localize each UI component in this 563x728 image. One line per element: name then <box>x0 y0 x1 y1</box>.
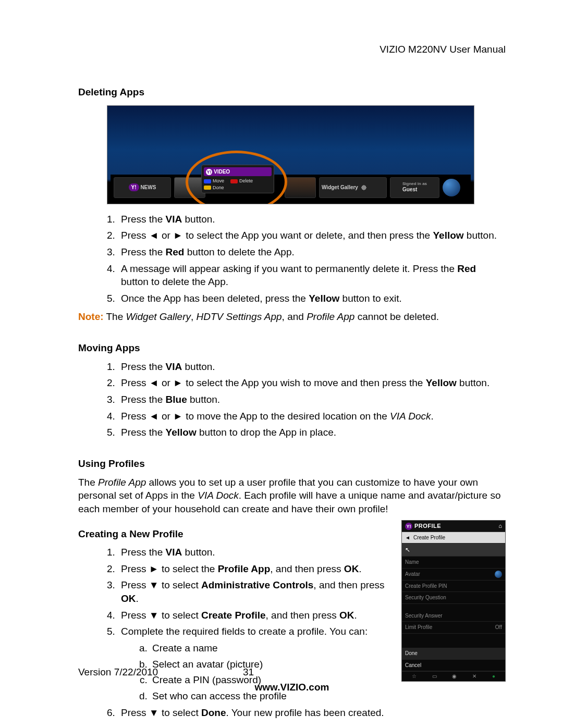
deleting-screenshot: Y!VIDEO Move Delete Done Y! NEWS Widget … <box>107 105 474 204</box>
footer-version: Version 7/22/2010 <box>78 665 158 679</box>
list-item: A message will appear asking if you want… <box>118 262 506 289</box>
profile-avatar-row: Avatar <box>402 569 505 581</box>
section-deleting-title: Deleting Apps <box>78 85 506 99</box>
moving-steps: Press the VIA button. Press ◄ or ► to se… <box>118 360 506 439</box>
profile-name-row: ↖ <box>402 544 505 557</box>
list-item: Create a name <box>150 641 391 655</box>
list-item: Press ► to select the Profile App, and t… <box>118 562 391 576</box>
globe-icon <box>495 571 502 578</box>
list-item: Press the VIA button. <box>118 213 506 226</box>
list-item: Press the Red button to delete the App. <box>118 245 506 259</box>
dock-thumb <box>174 177 205 198</box>
profile-seca-row: Security Answer <box>402 610 505 622</box>
profile-name-label: Name <box>402 557 505 569</box>
section-moving-title: Moving Apps <box>78 341 506 355</box>
list-item: Press the Yellow button to drop the App … <box>118 426 506 439</box>
profiles-intro: The Profile App allows you to set up a u… <box>78 476 506 516</box>
globe-icon <box>443 179 460 196</box>
profile-screenshot: Y!PROFILE ⌂ ◄ Create Profile ↖ Name Avat… <box>401 520 506 682</box>
list-item: Press ▼ to select Create Profile, and th… <box>118 609 391 622</box>
profile-create-row: ◄ Create Profile <box>402 532 505 544</box>
list-item: Press ◄ or ► to move the App to the desi… <box>118 410 506 423</box>
list-item: Press ◄ or ► to select the App you wish … <box>118 376 506 390</box>
header-right: VIZIO M220NV User Manual <box>380 43 506 56</box>
list-item: Press ◄ or ► to select the App you want … <box>118 229 506 242</box>
footer-page: 31 <box>243 665 254 679</box>
list-item: Press the VIA button. <box>118 360 506 374</box>
dock-news: Y! NEWS <box>114 177 171 198</box>
via-dock: Y! NEWS Widget Gallery Signed in asGuest <box>111 175 471 201</box>
deleting-note: Note: The Widget Gallery, HDTV Settings … <box>78 310 506 324</box>
footer-url: www.VIZIO.com <box>78 681 506 694</box>
list-item: Press ▼ to select Done. Your new profile… <box>118 706 391 720</box>
profile-pin-row: Create Profile PIN <box>402 581 505 593</box>
dock-widget-gallery: Widget Gallery <box>319 177 387 198</box>
video-popup: Y!VIDEO Move Delete Done <box>201 165 274 193</box>
home-icon: ⌂ <box>498 522 502 530</box>
section-profiles-title: Using Profiles <box>78 457 506 471</box>
list-item: Press the VIA button. <box>118 546 391 559</box>
section-creating-title: Creating a New Profile <box>78 527 391 541</box>
cursor-icon: ↖ <box>405 546 410 554</box>
gear-icon <box>360 183 368 192</box>
profile-header: Y!PROFILE ⌂ <box>402 521 505 532</box>
list-item: Press ▼ to select Administrative Control… <box>118 578 391 605</box>
profile-limit-row: Limit Profile Off <box>402 622 505 634</box>
deleting-steps: Press the VIA button. Press ◄ or ► to se… <box>118 213 506 305</box>
list-item: Once the App has been deleted, press the… <box>118 292 506 305</box>
profile-done-row: Done <box>402 648 505 660</box>
dock-thumb-2 <box>285 177 316 198</box>
profile-secq-row: Security Question <box>402 592 505 604</box>
list-item: Press the Blue button. <box>118 393 506 406</box>
page-footer: Version 7/22/2010 31 www.VIZIO.com <box>78 665 506 694</box>
dock-signed-in: Signed in asGuest <box>390 177 439 198</box>
